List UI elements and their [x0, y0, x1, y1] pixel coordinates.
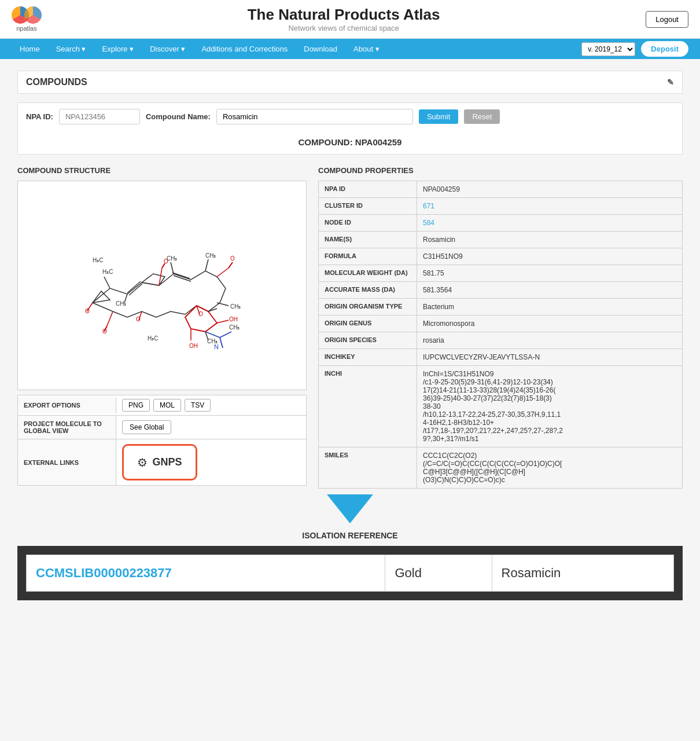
properties-table: NPA IDNPA004259CLUSTER ID671NODE ID584NA… — [318, 181, 683, 489]
npa-id-input[interactable] — [59, 109, 140, 124]
mol-button[interactable]: MOL — [153, 399, 181, 412]
edit-icon[interactable]: ✎ — [667, 78, 674, 87]
nav-additions[interactable]: Additions and Corrections — [193, 39, 296, 59]
svg-text:O: O — [230, 255, 235, 262]
property-row: NAME(S)Rosamicin — [319, 232, 683, 248]
bottom-cell-2: Gold — [385, 555, 492, 592]
property-value[interactable]: 671 — [417, 198, 683, 215]
svg-text:H₃C: H₃C — [148, 335, 158, 342]
property-value: NPA004259 — [417, 181, 683, 198]
svg-text:H₃C: H₃C — [102, 269, 113, 275]
svg-text:O: O — [136, 316, 141, 322]
external-links-row: EXTERNAL LINKS ⚙ GNPS — [17, 439, 307, 486]
svg-text:CH₃: CH₃ — [205, 252, 216, 259]
property-key: ORIGIN GENUS — [319, 316, 417, 332]
svg-line-6 — [217, 268, 229, 277]
gnps-button[interactable]: ⚙ GNPS — [122, 444, 197, 480]
site-title: The Natural Products Atlas — [248, 6, 440, 24]
tsv-button[interactable]: TSV — [185, 399, 211, 412]
svg-line-13 — [104, 277, 110, 288]
logo-text: npatlas — [16, 25, 36, 32]
project-label-text: PROJECT MOLECULE TOGLOBAL VIEW — [24, 420, 102, 434]
nav-explore[interactable]: Explore ▾ — [94, 39, 142, 59]
nav-download[interactable]: Download — [296, 39, 345, 59]
property-value: InChI=1S/C31H51NO9 /c1-9-25-20(5)29-31(6… — [417, 366, 683, 447]
version-select[interactable]: v. 2019_12 — [581, 42, 635, 56]
structure-section-title: COMPOUND STRUCTURE — [17, 166, 307, 175]
svg-text:CH₃: CH₃ — [116, 300, 126, 307]
site-header: npatlas The Natural Products Atlas Netwo… — [0, 0, 700, 39]
svg-line-8 — [107, 311, 113, 326]
property-value: Rosamicin — [417, 232, 683, 248]
submit-button[interactable]: Submit — [419, 109, 458, 124]
svg-text:O: O — [198, 311, 203, 317]
gnps-text: GNPS — [152, 456, 182, 468]
properties-section-title: COMPOUND PROPERTIES — [318, 166, 683, 175]
svg-line-22 — [220, 338, 223, 348]
nav-search[interactable]: Search ▾ — [48, 39, 94, 59]
main-content: COMPOUNDS ✎ NPA ID: Compound Name: Submi… — [0, 59, 700, 612]
property-row: CLUSTER ID671 — [319, 198, 683, 215]
property-value: 581.3564 — [417, 282, 683, 299]
logout-button[interactable]: Logout — [646, 11, 688, 28]
down-arrow-icon — [327, 494, 373, 523]
property-row: FORMULAC31H51NO9 — [319, 248, 683, 265]
property-row: ORIGIN GENUSMicromonospora — [319, 316, 683, 332]
property-row: INCHIInChI=1S/C31H51NO9 /c1-9-25-20(5)29… — [319, 366, 683, 447]
property-key: MOLECULAR WEIGHT (DA) — [319, 265, 417, 282]
structure-box: H₃C CH₃ CH₃ CH₃ O O O O O O OH OH CH₃ CH… — [17, 181, 307, 390]
property-key: ORIGIN SPECIES — [319, 332, 417, 349]
property-key: ORIGIN ORGANISM TYPE — [319, 299, 417, 316]
nav-home[interactable]: Home — [12, 39, 48, 59]
bottom-table-wrapper: CCMSLIB00000223877GoldRosamicin — [17, 546, 683, 600]
property-key: NAME(S) — [319, 232, 417, 248]
see-global-button[interactable]: See Global — [122, 420, 171, 434]
compound-name-input[interactable] — [216, 109, 413, 124]
property-row: ORIGIN ORGANISM TYPEBacterium — [319, 299, 683, 316]
svg-text:OH: OH — [229, 316, 238, 322]
svg-line-16 — [205, 259, 208, 271]
export-options-row: EXPORT OPTIONS PNG MOL TSV — [17, 395, 307, 416]
site-logo: npatlas — [12, 6, 42, 32]
reset-button[interactable]: Reset — [464, 109, 500, 124]
isolation-label: ISOLATION REFERENCE — [17, 531, 683, 540]
bottom-cell-1[interactable]: CCMSLIB00000223877 — [27, 555, 385, 592]
property-key: FORMULA — [319, 248, 417, 265]
nav-about[interactable]: About ▾ — [345, 39, 388, 59]
svg-line-20 — [205, 332, 220, 338]
section-header: COMPOUNDS ✎ — [17, 71, 683, 94]
png-button[interactable]: PNG — [122, 399, 150, 412]
compound-title: COMPOUND: NPA004259 — [17, 130, 683, 155]
property-key: ACCURATE MASS (DA) — [319, 282, 417, 299]
site-subtitle: Network views of chemical space — [248, 24, 440, 32]
svg-line-2 — [172, 273, 190, 278]
property-key: CLUSTER ID — [319, 198, 417, 215]
svg-line-23 — [217, 320, 229, 323]
property-row: NODE ID584 — [319, 215, 683, 232]
property-value: rosaria — [417, 332, 683, 349]
property-value: Bacterium — [417, 299, 683, 316]
svg-text:OH: OH — [189, 343, 198, 349]
property-value[interactable]: 584 — [417, 215, 683, 232]
property-row: SMILESCCC1C(C2C(O2) (/C=C/C(=O)C(CC(C(C(… — [319, 447, 683, 489]
deposit-button[interactable]: Deposit — [641, 41, 688, 57]
property-value: IUPCWCLVECYZRV-JEAVYTLSSA-N — [417, 349, 683, 366]
navbar: Home Search ▾ Explore ▾ Discover ▾ Addit… — [0, 39, 700, 59]
gnps-icon: ⚙ — [137, 456, 148, 469]
nav-discover[interactable]: Discover ▾ — [142, 39, 193, 59]
col-right: COMPOUND PROPERTIES NPA IDNPA004259CLUST… — [318, 166, 683, 489]
search-bar: NPA ID: Compound Name: Submit Reset — [17, 102, 683, 130]
col-left: COMPOUND STRUCTURE — [17, 166, 307, 489]
svg-text:O: O — [164, 258, 168, 265]
logo-image — [12, 6, 42, 24]
project-row: PROJECT MOLECULE TOGLOBAL VIEW See Globa… — [17, 416, 307, 439]
compound-columns: COMPOUND STRUCTURE — [17, 166, 683, 489]
property-key: NODE ID — [319, 215, 417, 232]
property-key: INCHI — [319, 366, 417, 447]
property-value: C31H51NO9 — [417, 248, 683, 265]
arrow-section — [17, 489, 683, 531]
molecule-diagram: H₃C CH₃ CH₃ CH₃ O O O O O O OH OH CH₃ CH… — [46, 187, 278, 384]
property-value: Micromonospora — [417, 316, 683, 332]
svg-line-7 — [229, 262, 233, 268]
svg-line-21 — [220, 332, 231, 338]
